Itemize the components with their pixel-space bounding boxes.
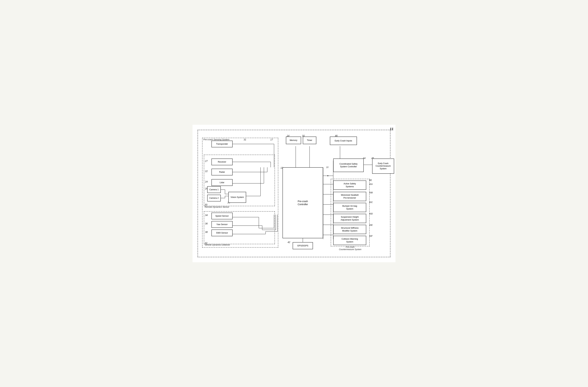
collision-warning-label: Collision Warning System [341, 238, 358, 243]
motorized-seatbelt-box: Motorized Seatbelt Pre-tensioner [333, 192, 366, 201]
svg-point-33 [327, 175, 328, 176]
motorized-seatbelt-label: Motorized Seatbelt Pre-tensioner [341, 194, 358, 199]
num-40C: 40C [369, 201, 373, 203]
yaw-sensor-box: Yaw Sensor [211, 221, 232, 228]
yaw-sensor-label: Yaw Sensor [216, 223, 228, 226]
num-40E: 40E [369, 224, 373, 226]
early-crash-countermeasure-box: Early Crash Countermeasure System [372, 158, 394, 174]
camera1-box: Camera 1 [207, 186, 221, 193]
speed-sensor-box: Speed Sensor [211, 213, 232, 219]
transponder-box: Transponder [211, 141, 232, 147]
pre-crash-controller-label: Pre-crash Controller [298, 200, 308, 206]
diagram-number: 11 [390, 127, 394, 131]
num-34: 34 [205, 214, 208, 216]
coordinated-safety-box: Coordinated Safety System Controller [333, 158, 364, 172]
num-40B: 40B [369, 192, 373, 194]
lidar-box: Lidar [211, 179, 232, 186]
receiver-label: Receiver [218, 160, 226, 163]
num-32: 32 [205, 242, 207, 244]
collision-warning-box: Collision Warning System [333, 236, 366, 245]
num-24: 24 [205, 180, 208, 183]
swa-sensor-box: SWA Sensor [211, 230, 232, 236]
gps-dgps-label: GPS/DGPS [297, 244, 308, 247]
active-safety-box: Active Safety Systems [333, 180, 366, 190]
timer-box: Timer [303, 136, 316, 144]
radar-box: Radar [211, 169, 232, 175]
num-31: 31 [244, 138, 246, 141]
num-42: 42 [288, 241, 290, 244]
coordinated-safety-label: Coordinated Safety System Controller [339, 163, 357, 168]
structural-stiffness-label: Structural Stiffness Modifier System [341, 227, 359, 232]
num-40F: 40F [369, 235, 373, 237]
early-crash-countermeasure-label: Early Crash Countermeasure System [376, 162, 391, 170]
num-27: 27 [205, 160, 208, 162]
bumper-airbag-label: Bumper Air-bag System [342, 205, 357, 210]
num-36: 36 [205, 222, 208, 225]
gps-dgps-box: GPS/DGPS [293, 242, 313, 249]
lidar-label: Lidar [220, 181, 225, 184]
pre-crash-countermeasure-label: Pre-crash Countermeasure System [332, 246, 368, 251]
num-22: 22 [205, 170, 208, 173]
early-crash-inputs-label: Early Crash Inputs [335, 139, 352, 142]
suspension-height-label: Suspension Height Adjustment System [341, 216, 359, 221]
num-40: 40 [369, 179, 372, 181]
page-container: 11 [192, 125, 396, 262]
active-safety-label: Active Safety Systems [344, 182, 356, 188]
bumper-airbag-box: Bumper Air-bag System [333, 203, 366, 212]
speed-sensor-label: Speed Sensor [215, 215, 229, 217]
transponder-label: Transponder [216, 143, 228, 145]
vehicle-dynamics-label: Vehicle Dynamics Detector [205, 244, 230, 246]
timer-label: Timer [307, 139, 312, 142]
num-10: 10 [326, 166, 328, 169]
radar-label: Radar [219, 171, 225, 174]
camera2-box: Camera 2 [207, 195, 221, 201]
camera1-label: Camera 1 [210, 188, 219, 191]
suspension-height-box: Suspension Height Adjustment System [333, 214, 366, 223]
num-40A: 40A [369, 183, 373, 185]
num-17: 17 [270, 138, 273, 141]
num-38: 38 [205, 231, 208, 233]
outer-border: 11 [198, 130, 390, 257]
vision-system-label: Vision System [231, 196, 244, 199]
receiver-box: Receiver [211, 158, 232, 165]
swa-sensor-label: SWA Sensor [216, 232, 228, 234]
remote-dynamics-label: Remote Dynamics Sensor [205, 206, 229, 208]
memory-label: Memory [290, 139, 297, 142]
camera2-label: Camera 2 [210, 197, 219, 199]
memory-box: Memory [286, 136, 301, 144]
structural-stiffness-box: Structural Stiffness Modifier System [333, 225, 366, 234]
vision-system-box: Vision System [228, 192, 246, 203]
early-crash-inputs-box: Early Crash Inputs [330, 136, 357, 145]
pre-crash-sensing-label: Pre-crash Sensing System [203, 138, 229, 141]
num-40D: 40D [369, 213, 373, 215]
pre-crash-controller-box: Pre-crash Controller [282, 167, 323, 238]
diagram-full: Pre-crash Sensing System 31 17 Remote Dy… [201, 134, 394, 253]
num-30: 30 [205, 203, 207, 206]
